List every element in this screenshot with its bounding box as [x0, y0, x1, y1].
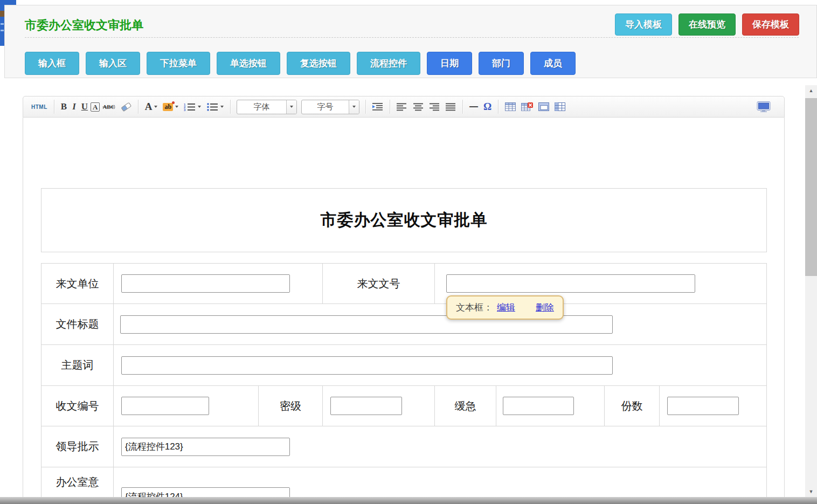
align-center-button[interactable] — [410, 101, 426, 113]
shouwen-bianhao-input[interactable] — [121, 397, 209, 415]
huanji-input[interactable] — [503, 397, 574, 415]
vertical-scrollbar[interactable]: ▲ ▼ — [805, 85, 817, 497]
field-label-zhutici: 主题词 — [41, 345, 114, 386]
font-family-select[interactable]: 字体 — [237, 100, 297, 114]
member-button[interactable]: 成员 — [530, 52, 576, 75]
underline-button[interactable]: U — [79, 100, 91, 114]
table-row: 来文单位 来文文号 — [41, 264, 767, 304]
strikethrough-button[interactable]: ABC — [100, 102, 117, 112]
fullscreen-icon — [757, 101, 771, 112]
indent-icon — [372, 102, 383, 111]
table-properties-button[interactable] — [536, 101, 552, 113]
unordered-list-icon — [206, 102, 218, 111]
insert-table-icon — [505, 102, 516, 111]
special-character-button[interactable]: Ω — [481, 99, 494, 114]
align-right-button[interactable] — [426, 101, 442, 113]
toolbar-separator — [138, 100, 139, 114]
input-box-button[interactable]: 输入框 — [25, 52, 79, 75]
template-designer-page: 市委办公室收文审批单 导入模板 在线预览 保存模板 输入框 输入区 下拉菜单 单… — [0, 0, 817, 504]
toolbar-separator — [390, 100, 390, 114]
remove-format-button[interactable] — [118, 101, 134, 113]
chevron-down-icon[interactable] — [286, 100, 296, 114]
rich-text-editor: HTML B I U A ABC A ab — [23, 96, 785, 497]
bangongshi-input[interactable] — [121, 487, 290, 497]
editor-canvas[interactable]: 市委办公室收文审批单 来文单位 来文文号 文件标题 — [23, 118, 785, 497]
justify-button[interactable] — [442, 101, 459, 113]
miji-input[interactable] — [330, 397, 402, 415]
save-template-button[interactable]: 保存模板 — [742, 13, 799, 36]
input-cell — [114, 426, 767, 467]
input-cell — [114, 264, 323, 304]
toolbar-separator — [498, 100, 498, 114]
scroll-down-button[interactable]: ▼ — [805, 486, 817, 497]
delete-control-link[interactable]: 删除 — [536, 301, 554, 314]
delete-table-icon — [521, 102, 533, 111]
delete-table-button[interactable] — [518, 101, 536, 113]
department-button[interactable]: 部门 — [479, 52, 524, 75]
align-left-button[interactable] — [394, 101, 410, 113]
cell-properties-button[interactable] — [552, 101, 568, 113]
input-cell — [660, 386, 767, 426]
chevron-down-icon[interactable] — [349, 100, 359, 114]
align-left-icon — [397, 102, 407, 111]
toolbar-separator — [54, 100, 54, 114]
window-bottom-edge — [0, 497, 817, 504]
background-window-fragment — [0, 0, 16, 5]
page-title: 市委办公室收文审批单 — [25, 17, 143, 33]
cell-properties-icon — [555, 102, 565, 111]
field-label-bangongshi: 办公室意 — [41, 467, 114, 497]
italic-button[interactable]: I — [70, 100, 79, 114]
laiwen-danwei-input[interactable] — [121, 274, 290, 293]
dropdown-menu-button[interactable]: 下拉菜单 — [147, 52, 210, 75]
textarea-button[interactable]: 输入区 — [86, 52, 140, 75]
field-label-huanji: 缓急 — [435, 386, 496, 426]
edit-control-link[interactable]: 编辑 — [497, 301, 515, 314]
field-label-fenshu: 份数 — [605, 386, 660, 426]
scrollbar-thumb[interactable] — [805, 98, 817, 276]
input-cell — [496, 386, 605, 426]
form-table: 来文单位 来文文号 文件标题 主题词 — [41, 263, 767, 497]
font-color-button[interactable]: A — [142, 99, 161, 114]
font-size-label: 字号 — [302, 100, 349, 114]
unordered-list-button[interactable] — [204, 101, 226, 113]
flow-control-button[interactable]: 流程控件 — [357, 52, 420, 75]
dashed-divider — [25, 37, 799, 38]
ordered-list-button[interactable]: 1 2 3 — [181, 101, 204, 113]
fenshu-input[interactable] — [667, 397, 739, 415]
form-title-box: 市委办公室收文审批单 — [41, 188, 767, 252]
date-button[interactable]: 日期 — [427, 52, 472, 75]
import-template-button[interactable]: 导入模板 — [615, 13, 672, 36]
insert-table-button[interactable] — [502, 101, 518, 113]
input-cell — [114, 304, 767, 345]
inline-style-button[interactable]: A — [91, 102, 100, 112]
highlight-color-button[interactable]: ab — [160, 101, 181, 113]
font-size-select[interactable]: 字号 — [301, 100, 359, 114]
online-preview-button[interactable]: 在线预览 — [678, 13, 736, 36]
chevron-down-icon — [175, 106, 178, 108]
fullscreen-button[interactable] — [754, 100, 773, 114]
html-source-button[interactable]: HTML — [29, 102, 50, 112]
checkbox-button[interactable]: 复选按钮 — [287, 52, 350, 75]
radio-button-button[interactable]: 单选按钮 — [217, 52, 280, 75]
header-actions: 导入模板 在线预览 保存模板 — [615, 13, 799, 36]
horizontal-rule-button[interactable]: — — [467, 100, 481, 113]
zhutici-input[interactable] — [121, 356, 613, 375]
header-panel: 市委办公室收文审批单 导入模板 在线预览 保存模板 输入框 输入区 下拉菜单 单… — [4, 5, 817, 78]
control-tooltip: 文本框： 编辑 删除 — [446, 295, 564, 320]
indent-button[interactable] — [370, 101, 386, 113]
lingdao-pishi-input[interactable] — [121, 438, 290, 456]
field-label-miji: 密级 — [259, 386, 323, 426]
toolbar-separator — [365, 100, 366, 114]
laiwen-wenhao-input[interactable] — [446, 274, 695, 293]
form-title: 市委办公室收文审批单 — [321, 209, 488, 231]
input-cell — [114, 467, 767, 497]
bold-button[interactable]: B — [58, 100, 70, 114]
toolbar-separator — [462, 100, 463, 114]
table-row: 办公室意 — [41, 467, 767, 497]
scroll-up-button[interactable]: ▲ — [805, 85, 817, 96]
field-label-lingdao-pishi: 领导批示 — [41, 426, 114, 467]
table-row: 收文编号 密级 缓急 份数 — [41, 386, 767, 426]
control-buttons-row: 输入框 输入区 下拉菜单 单选按钮 复选按钮 流程控件 日期 部门 成员 — [25, 52, 576, 75]
table-properties-icon — [538, 102, 549, 111]
chevron-down-icon — [198, 106, 201, 108]
